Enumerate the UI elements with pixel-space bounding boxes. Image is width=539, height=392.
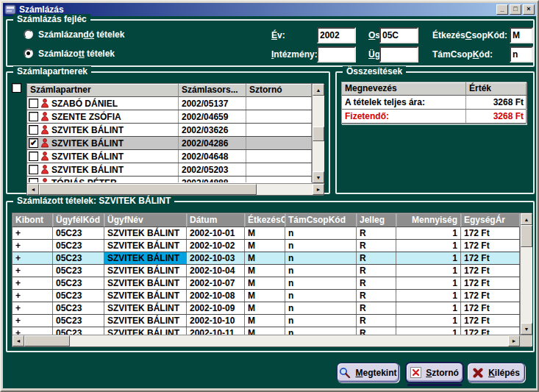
maximize-icon[interactable]: □ <box>510 4 521 15</box>
item-cell[interactable]: 05C23 <box>53 315 104 327</box>
item-cell[interactable]: 1 <box>396 277 461 289</box>
item-cell[interactable]: SZVITEK BÁLINT <box>104 240 187 252</box>
column-header[interactable]: Megnevezés <box>342 82 466 96</box>
partner-row[interactable]: ✔ SZVITEK BÁLINT 2002/04286 <box>27 137 312 150</box>
partner-row[interactable]: SZVITEK BÁLINT 2002/05203 <box>27 163 312 177</box>
partner-checkbox[interactable] <box>29 152 38 161</box>
item-cell[interactable]: SZVITEK BÁLINT <box>104 265 187 277</box>
scroll-left-icon[interactable]: ◄ <box>27 184 39 195</box>
column-header[interactable]: Érték <box>466 82 527 96</box>
scrollbar-thumb[interactable] <box>521 225 532 247</box>
item-cell[interactable]: 172 Ft <box>461 227 520 239</box>
item-cell[interactable]: 172 Ft <box>461 290 520 302</box>
item-cell[interactable]: 172 Ft <box>461 252 520 264</box>
item-cell[interactable]: + <box>13 277 53 289</box>
support-group-code-field[interactable] <box>510 46 533 63</box>
item-cell[interactable]: SZVITEK BÁLINT <box>104 290 187 302</box>
scroll-right-icon[interactable]: ► <box>508 335 520 346</box>
partner-row[interactable]: SZVITEK BÁLINT 2002/04648 <box>27 150 312 163</box>
column-header[interactable]: Számlasors... <box>179 84 246 97</box>
item-row[interactable]: +05C23SZVITEK BÁLINT2002-10-07MnR1172 Ft <box>13 277 520 290</box>
item-cell[interactable]: 2002-10-11 <box>187 327 245 335</box>
item-cell[interactable]: SZVITEK BÁLINT <box>104 277 187 289</box>
item-cell[interactable]: M <box>245 265 285 277</box>
scrollbar-thumb[interactable] <box>39 184 257 195</box>
item-cell[interactable]: M <box>245 252 285 264</box>
exit-button[interactable]: Kilépés <box>467 363 525 382</box>
item-cell[interactable]: R <box>357 302 396 314</box>
item-cell[interactable]: 05C23 <box>53 327 104 335</box>
item-cell[interactable]: n <box>285 265 357 277</box>
item-cell[interactable]: 05C23 <box>53 265 104 277</box>
item-cell[interactable]: n <box>285 227 357 239</box>
partners-horizontal-scrollbar[interactable]: ◄ ► <box>27 183 324 195</box>
partner-row[interactable]: SZABÓ DÁNIEL 2002/05137 <box>27 97 312 110</box>
item-cell[interactable]: 1 <box>396 227 461 239</box>
item-row[interactable]: +05C23SZVITEK BÁLINT2002-10-09MnR1172 Ft <box>13 302 520 315</box>
item-cell[interactable]: + <box>13 265 53 277</box>
scroll-left-icon[interactable]: ◄ <box>13 335 24 346</box>
item-cell[interactable]: 1 <box>396 315 461 327</box>
item-cell[interactable]: SZVITEK BÁLINT <box>104 315 187 327</box>
item-cell[interactable]: + <box>13 252 53 264</box>
scrollbar-thumb[interactable] <box>313 126 324 141</box>
item-cell[interactable]: n <box>285 302 357 314</box>
item-row[interactable]: +05C23SZVITEK BÁLINT2002-10-10MnR1172 Ft <box>13 315 520 327</box>
totals-table-header[interactable]: MegnevezésÉrték <box>342 82 526 96</box>
item-cell[interactable]: 172 Ft <box>461 277 520 289</box>
column-header[interactable]: ÉtkezésCs <box>245 213 285 227</box>
item-cell[interactable]: 172 Ft <box>461 302 520 314</box>
item-cell[interactable]: 05C23 <box>53 227 104 239</box>
column-header[interactable]: ÜgyfNév <box>104 213 187 227</box>
item-cell[interactable]: 1 <box>396 240 461 252</box>
partner-row[interactable]: TÓBIÁS PÉTER 2002/04888 <box>27 177 312 182</box>
item-cell[interactable]: R <box>357 277 396 289</box>
item-cell[interactable]: SZVITEK BÁLINT <box>104 327 187 335</box>
partner-checkbox[interactable] <box>29 125 38 135</box>
item-cell[interactable]: 172 Ft <box>461 265 520 277</box>
item-cell[interactable]: 2002-10-02 <box>187 240 245 252</box>
item-cell[interactable]: M <box>245 227 285 239</box>
column-header[interactable]: Jelleg <box>357 213 396 227</box>
item-cell[interactable]: R <box>357 327 396 335</box>
item-cell[interactable]: + <box>13 327 53 335</box>
item-cell[interactable]: n <box>285 315 357 327</box>
item-cell[interactable]: M <box>245 315 285 327</box>
item-cell[interactable]: n <box>285 290 357 302</box>
scroll-right-icon[interactable]: ► <box>313 184 324 195</box>
item-cell[interactable]: R <box>357 265 396 277</box>
scroll-down-icon[interactable]: ▼ <box>313 171 324 183</box>
item-cell[interactable]: R <box>357 252 396 264</box>
item-row[interactable]: +05C23SZVITEK BÁLINT2002-10-04MnR1172 Ft <box>13 265 520 277</box>
item-row[interactable]: +05C23SZVITEK BÁLINT2002-10-08MnR1172 Ft <box>13 290 520 302</box>
view-button[interactable]: Megtekint <box>337 363 399 382</box>
partner-checkbox[interactable] <box>29 165 38 174</box>
item-cell[interactable]: M <box>245 290 285 302</box>
radio-billable-items[interactable] <box>24 29 33 39</box>
item-cell[interactable]: 05C23 <box>53 277 104 289</box>
close-icon[interactable]: × <box>523 4 535 15</box>
client-field[interactable] <box>379 46 418 63</box>
item-cell[interactable]: 172 Ft <box>461 315 520 327</box>
item-cell[interactable]: 2002-10-10 <box>187 315 245 327</box>
item-cell[interactable]: + <box>13 227 53 239</box>
item-cell[interactable]: SZVITEK BÁLINT <box>104 252 187 264</box>
item-cell[interactable]: M <box>245 277 285 289</box>
item-cell[interactable]: M <box>245 327 285 335</box>
scroll-up-icon[interactable]: ▲ <box>313 84 324 96</box>
item-cell[interactable]: 2002-10-01 <box>187 227 245 239</box>
item-cell[interactable]: 1 <box>396 265 461 277</box>
institution-field[interactable] <box>317 46 356 63</box>
item-cell[interactable]: SZVITEK BÁLINT <box>104 302 187 314</box>
item-cell[interactable]: 172 Ft <box>461 240 520 252</box>
meal-group-code-field[interactable] <box>510 27 533 43</box>
select-all-checkbox[interactable] <box>12 83 21 93</box>
item-cell[interactable]: 2002-10-03 <box>187 252 245 264</box>
item-cell[interactable]: 2002-10-08 <box>187 290 245 302</box>
partners-vertical-scrollbar[interactable]: ▲ ▼ <box>312 84 324 183</box>
column-header[interactable]: EgységÁr <box>461 213 520 227</box>
item-cell[interactable]: 1 <box>396 327 461 335</box>
item-cell[interactable]: R <box>357 290 396 302</box>
partner-row[interactable]: SZVITEK BÁLINT 2002/03626 <box>27 124 312 137</box>
item-cell[interactable]: 1 <box>396 252 461 264</box>
